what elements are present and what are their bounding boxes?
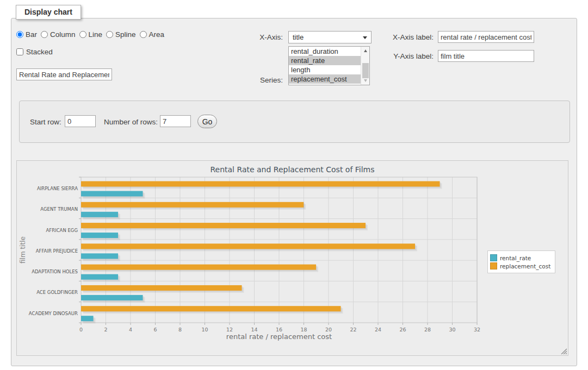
svg-text:32: 32 xyxy=(474,327,480,333)
svg-text:2: 2 xyxy=(104,327,107,333)
chart-type-option-area[interactable]: Area xyxy=(140,30,165,39)
chart-legend: rental_ratereplacement_cost xyxy=(487,250,555,273)
x-axis-select-label: X-Axis: xyxy=(228,33,283,41)
legend-item-rental_rate: rental_rate xyxy=(490,254,550,261)
x-axis-label-label: X-Axis label: xyxy=(381,33,434,41)
fieldset-legend: Display chart xyxy=(16,5,81,20)
chart-type-option-column[interactable]: Column xyxy=(41,30,76,39)
chart-type-radio-column[interactable] xyxy=(41,31,48,38)
chart-x-axis-title: rental rate / replacement cost xyxy=(81,333,477,341)
svg-text:20: 20 xyxy=(325,327,332,333)
stacked-option[interactable]: Stacked xyxy=(16,48,53,56)
chart-y-axis-title: film title xyxy=(19,177,27,323)
legend-item-replacement_cost: replacement_cost xyxy=(490,262,550,269)
x-axis-selected-value: title xyxy=(293,33,304,41)
svg-text:24: 24 xyxy=(375,327,381,333)
stacked-label: Stacked xyxy=(26,48,53,56)
svg-text:AGENT TRUMAN: AGENT TRUMAN xyxy=(40,206,78,212)
chart-type-option-spline[interactable]: Spline xyxy=(106,30,136,39)
start-row-input[interactable] xyxy=(65,115,96,127)
svg-text:6: 6 xyxy=(153,327,157,333)
legend-swatch xyxy=(490,254,497,261)
y-axis-label-input[interactable] xyxy=(438,50,534,62)
x-axis-label-input[interactable] xyxy=(438,31,534,43)
series-option-length[interactable]: length xyxy=(289,65,369,74)
svg-text:4: 4 xyxy=(129,327,132,333)
svg-text:8: 8 xyxy=(178,327,182,333)
scroll-up-icon[interactable] xyxy=(361,47,370,54)
series-option-rental_duration[interactable]: rental_duration xyxy=(289,47,369,56)
svg-text:28: 28 xyxy=(424,327,431,333)
svg-text:30: 30 xyxy=(449,327,455,333)
chart-type-radio-line[interactable] xyxy=(79,31,86,38)
svg-text:ADAPTATION HOLES: ADAPTATION HOLES xyxy=(32,269,78,274)
chart-type-radio-bar[interactable] xyxy=(16,31,23,38)
svg-text:26: 26 xyxy=(399,327,406,333)
scrollbar-thumb[interactable] xyxy=(362,63,369,78)
svg-text:0: 0 xyxy=(79,327,83,333)
svg-text:AFRICAN EGG: AFRICAN EGG xyxy=(46,228,78,233)
x-axis-select[interactable]: title xyxy=(288,31,372,43)
legend-swatch xyxy=(490,262,497,269)
chart-type-radio-spline[interactable] xyxy=(106,31,113,38)
series-option-replacement_cost[interactable]: replacement_cost xyxy=(289,74,369,84)
chart-type-option-line[interactable]: Line xyxy=(79,30,103,39)
chart-type-label: Spline xyxy=(115,30,136,39)
chart-type-label: Column xyxy=(50,30,76,39)
chart-type-option-bar[interactable]: Bar xyxy=(16,30,37,39)
svg-text:22: 22 xyxy=(350,327,356,333)
chart-type-label: Bar xyxy=(26,30,37,39)
stacked-checkbox[interactable] xyxy=(16,48,23,55)
chart-type-radio-area[interactable] xyxy=(140,31,147,38)
legend-label: rental_rate xyxy=(500,255,531,261)
chart-panel: Rental Rate and Replacement Cost of Film… xyxy=(16,160,568,356)
number-of-rows-input[interactable] xyxy=(160,115,191,127)
chart-title-input[interactable] xyxy=(16,68,112,80)
svg-text:12: 12 xyxy=(226,327,233,333)
series-multiselect[interactable]: rental_durationrental_ratelengthreplacem… xyxy=(288,46,370,85)
svg-text:ACE GOLDFINGER: ACE GOLDFINGER xyxy=(36,290,78,295)
svg-text:AIRPLANE SIERRA: AIRPLANE SIERRA xyxy=(37,186,78,191)
series-list-label: Series: xyxy=(228,76,283,84)
svg-text:18: 18 xyxy=(300,327,307,333)
chart-type-label: Line xyxy=(89,30,103,39)
svg-text:16: 16 xyxy=(276,327,282,333)
row-range-panel xyxy=(19,101,570,143)
svg-text:ACADEMY DINOSAUR: ACADEMY DINOSAUR xyxy=(29,311,78,316)
svg-text:10: 10 xyxy=(201,327,208,333)
series-option-rental_rate[interactable]: rental_rate xyxy=(289,56,369,65)
start-row-label: Start row: xyxy=(30,118,61,126)
chevron-down-icon xyxy=(363,36,367,39)
svg-text:AFFAIR PREJUDICE: AFFAIR PREJUDICE xyxy=(36,248,78,254)
svg-text:14: 14 xyxy=(251,327,257,333)
series-scrollbar[interactable] xyxy=(361,47,369,85)
y-axis-label-label: Y-Axis label: xyxy=(381,52,434,60)
resize-handle-icon[interactable] xyxy=(560,348,567,354)
scroll-down-icon[interactable] xyxy=(361,77,370,84)
chart-type-label: Area xyxy=(149,30,165,39)
go-button[interactable]: Go xyxy=(197,115,217,128)
chart-type-radio-group: BarColumnLineSplineArea xyxy=(16,30,168,39)
legend-label: replacement_cost xyxy=(500,263,550,269)
bar-chart-plot: 02468101214161820222426283032AIRPLANE SI… xyxy=(17,161,568,355)
number-of-rows-label: Number of rows: xyxy=(104,118,158,126)
display-chart-page: Display chart BarColumnLineSplineArea St… xyxy=(0,0,588,370)
